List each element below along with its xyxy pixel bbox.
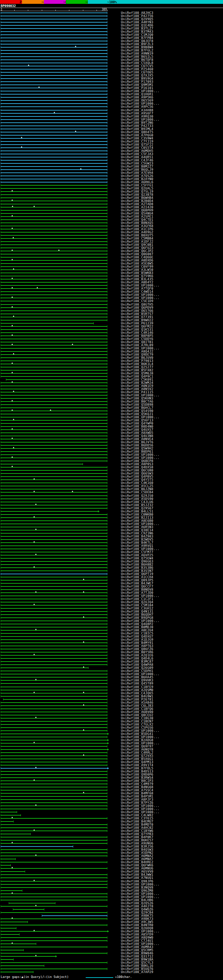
hit-row: UniRef100_C4M979 — [0, 783, 223, 786]
gap-marker-icon — [35, 716, 37, 718]
hit-row: UniRef100_UP1000... — [0, 595, 223, 598]
alignment-bar — [1, 507, 107, 509]
hit-row: UniRef100_B4NG68 — [0, 786, 223, 789]
hit-row: UniRef100_A9NN19 — [0, 52, 223, 55]
alignment-bar — [1, 250, 107, 252]
ruler-tick — [96, 10, 97, 11]
alignment-bar — [1, 338, 107, 340]
alignment-bar — [1, 369, 107, 371]
hit-row: UniRef100_B9T2N6 — [0, 121, 223, 124]
alignment-bar — [1, 473, 107, 474]
gap-marker-icon — [11, 867, 13, 868]
hit-row: UniRef100_B5RTS7 — [0, 313, 223, 316]
alignment-bar — [1, 645, 107, 647]
hit-row: UniRef100_Q5ANU4 — [0, 212, 223, 215]
alignment-bar — [1, 75, 107, 76]
alignment-bar — [1, 504, 107, 506]
gap-marker-icon — [75, 130, 76, 132]
hit-row: UniRef100_O65569 — [0, 99, 223, 102]
hit-row: UniRef100_Q4UXS7 — [0, 428, 223, 431]
alignment-bar — [1, 802, 107, 804]
hit-row: UniRef100_UP1000... — [0, 284, 223, 287]
hit-row: UniRef100_O77391 — [0, 316, 223, 319]
hit-row: UniRef100_A05FD9 — [0, 933, 223, 936]
gap-marker-icon — [13, 315, 14, 317]
gap-marker-icon — [34, 829, 35, 830]
alignment-bar — [1, 670, 107, 672]
alignment-bar — [1, 611, 107, 612]
hit-row: UniRef100_C6LJB3 — [0, 704, 223, 708]
gap-marker-icon — [34, 205, 35, 207]
alignment-bar — [1, 401, 107, 402]
hit-row: UniRef100_P42733 — [0, 124, 223, 127]
gap-marker-icon — [34, 478, 35, 479]
alignment-bar — [1, 216, 107, 218]
hit-row: UniRef100_A1CCH4 — [0, 576, 223, 579]
hit-row: UniRef100_Q23B78 — [0, 193, 223, 196]
hit-label[interactable]: UniRef100_A7AP29 — [121, 970, 153, 974]
hit-row: UniRef100_C4R146 — [0, 331, 223, 334]
hit-row: UniRef100_B2AYN0 — [0, 178, 223, 181]
alignment-bar — [1, 332, 107, 334]
alignment-bar — [1, 739, 107, 741]
alignment-bar — [1, 172, 107, 174]
alignment-bar — [1, 545, 107, 547]
alignment-bar — [1, 870, 25, 873]
hit-row: UniRef100_B9S9G4 — [0, 77, 223, 80]
alignment-bar — [1, 488, 107, 490]
hit-row: UniRef100_Q9DE79 — [0, 353, 223, 356]
alignment-bar — [1, 912, 107, 913]
hit-row: UniRef100_C5PGS6 — [0, 726, 223, 729]
gap-marker-icon — [34, 541, 35, 542]
alignment-bar — [1, 570, 107, 572]
hit-row: UniRef100_UP1000... — [0, 293, 223, 296]
alignment-bar — [1, 955, 55, 958]
alignment-bar — [1, 391, 107, 393]
alignment-bar — [1, 56, 107, 58]
alignment-bar — [1, 344, 107, 346]
hit-row: UniRef100_B2B0D4 — [0, 200, 223, 203]
alignment-bar — [1, 491, 107, 493]
alignment-bar — [1, 169, 107, 171]
hit-row: UniRef100_A2I420 — [0, 206, 223, 209]
alignment-bar — [1, 830, 107, 832]
hit-row: UniRef100_Q5KHN3 — [0, 397, 223, 400]
hit-row: UniRef100_B0XUT5 — [0, 234, 223, 237]
alignment-bar — [1, 626, 107, 628]
hit-row: UniRef100_Q4N131 — [0, 610, 223, 613]
gap-marker-icon — [13, 237, 14, 238]
hit-row: UniRef100_B5FX82 — [0, 369, 223, 372]
alignment-bar — [1, 538, 107, 541]
hit-row: UniRef100_UP1000... — [0, 805, 223, 808]
hit-row: UniRef100_B9FZL3 — [0, 43, 223, 46]
gap-marker-icon — [83, 579, 84, 580]
ruler-tick — [28, 10, 28, 11]
alignment-bar — [1, 839, 107, 841]
alignment-bar — [1, 905, 107, 907]
hit-row: UniRef100_A2Q1E6 — [0, 654, 223, 657]
hit-row: UniRef100_A6RKL6 — [0, 181, 223, 184]
alignment-bar — [1, 711, 107, 713]
alignment-bar — [1, 435, 107, 437]
hit-row: UniRef100_C1MJQ0 — [0, 33, 223, 37]
hit-row: UniRef100_B4P5M1 — [0, 795, 223, 798]
alignment-bar — [1, 523, 107, 525]
alignment-bar — [1, 37, 107, 39]
alignment-bar — [1, 642, 107, 644]
hit-row: UniRef100_P42756 — [0, 14, 223, 18]
hit-row: UniRef100_UP1000... — [0, 736, 223, 739]
hit-row: UniRef100_A4D9G2 — [0, 231, 223, 234]
gap-marker-icon — [11, 942, 13, 943]
hit-row: UniRef100_Q5CYL3 — [0, 961, 223, 964]
alignment-bar — [3, 698, 107, 700]
hit-row: UniRef100_B3RJ56 — [0, 845, 223, 848]
alignment-bar — [1, 714, 107, 716]
hit-row: UniRef100_A9UNU6 — [0, 842, 223, 845]
alignment-bar — [1, 614, 107, 616]
hit-row: UniRef100_B2WMJ4 — [0, 381, 223, 385]
gap-marker-icon — [35, 854, 37, 856]
gap-marker-icon — [54, 111, 55, 113]
alignment-bar — [1, 921, 28, 923]
hit-row: UniRef100_B6WHB4 — [0, 196, 223, 200]
hit-row: UniRef100_A6SVV0 — [0, 870, 223, 873]
